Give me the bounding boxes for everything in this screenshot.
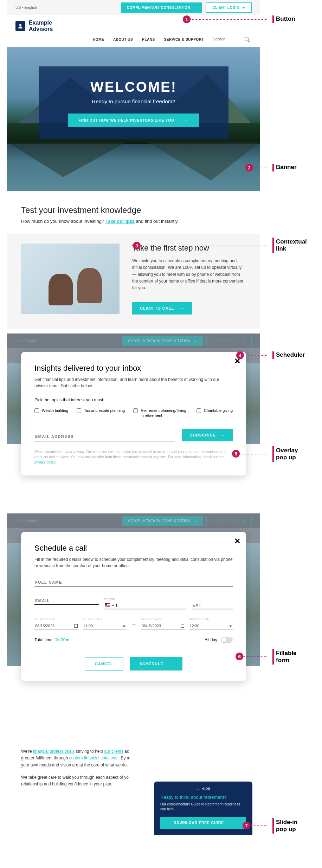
quiz-text: How much do you know about investing? Ta… xyxy=(21,219,246,224)
step-body: We invite you to schedule a complimentar… xyxy=(132,258,246,291)
select-date-label: SELECT DATE xyxy=(34,618,78,621)
topic-retirement[interactable]: Retirement planning/ living in retiremen… xyxy=(133,408,188,418)
panel-main-site: US • English COMPLIMENTARY CONSULTATION … xyxy=(7,0,260,329)
arrow-right-icon: → xyxy=(168,662,173,666)
panel-fillable-form: US • English COMPLIMENTARY CONSULTATION→… xyxy=(7,513,260,731)
quiz-section: Test your investment knowledge How much … xyxy=(7,191,260,234)
all-day-toggle[interactable]: All day xyxy=(205,637,233,643)
start-time-input[interactable]: 11:00 xyxy=(83,622,127,630)
annotation-overlay-popup: Overlaypop up xyxy=(272,446,298,462)
phone-input[interactable]: + 1 xyxy=(104,602,186,609)
locale-selector[interactable]: US • English xyxy=(15,5,37,9)
topbar: US • English COMPLIMENTARY CONSULTATION … xyxy=(7,0,260,15)
start-date-input[interactable]: 06/15/2023 xyxy=(34,622,78,630)
arrow-right-icon: → xyxy=(185,118,188,122)
schedule-modal: ✕ Schedule a call Fill in the required d… xyxy=(21,532,246,681)
flag-icon xyxy=(105,603,110,607)
topic-tax[interactable]: Tax and estate planning xyxy=(77,408,125,418)
consultation-image xyxy=(21,244,120,314)
total-time-label: Total time: xyxy=(34,637,54,642)
consultation-button-dim: COMPLIMENTARY CONSULTATION→ xyxy=(122,336,203,346)
ext-input[interactable] xyxy=(192,602,233,609)
nav-plans[interactable]: PLANS xyxy=(142,38,155,41)
end-time-input[interactable]: 12:30 xyxy=(189,622,233,630)
topic-charitable[interactable]: Charitable giving xyxy=(197,408,233,418)
schedule-body: Fill in the required details below to sc… xyxy=(34,556,233,569)
step-title: Take the first step now xyxy=(132,244,246,253)
main-nav: HOME ABOUT US PLANS SERVICE & SUPPORT xyxy=(15,37,252,42)
arrow-right-icon: → xyxy=(229,821,233,825)
client-login-button[interactable]: CLIENT LOGIN xyxy=(206,2,252,13)
search-input[interactable] xyxy=(213,37,245,41)
privacy-text: We're committed to your privacy. Our sit… xyxy=(34,449,233,465)
schedule-button[interactable]: SCHEDULE→ xyxy=(130,657,183,671)
privacy-policy-link[interactable]: privacy policy xyxy=(34,460,56,464)
marker-5: 5 xyxy=(232,450,240,458)
total-time-value: 1h 30m xyxy=(55,637,69,642)
panel-overlay-popup: US • English COMPLIMENTARY CONSULTATION→… xyxy=(7,333,260,509)
marker-7: 7 xyxy=(243,822,250,829)
slidein-popup: ︿ HIDE Ready to think about retirement? … xyxy=(154,782,252,835)
close-icon[interactable]: ✕ xyxy=(234,537,240,546)
select-date-label: SELECT DATE xyxy=(141,618,185,621)
checkbox[interactable] xyxy=(34,408,39,413)
custom-solutions-link[interactable]: custom financial solutions xyxy=(69,756,117,760)
arrow-right-icon: → xyxy=(193,6,197,9)
panel-slidein: We're financial professionals striving t… xyxy=(7,736,260,835)
insights-pick-label: Pick the topics that interest you most: xyxy=(34,397,233,402)
download-guide-button[interactable]: DOWNLOAD FREE GUIDE→ xyxy=(160,817,246,829)
hero-cta-button[interactable]: FIND OUT HOW WE HELP INVESTORS LIKE YOU … xyxy=(68,114,199,127)
our-clients-link[interactable]: our clients xyxy=(104,749,123,754)
slidein-body: Our complimentary Guide to Retirement Re… xyxy=(160,802,246,812)
calendar-icon xyxy=(74,624,78,628)
checkbox[interactable] xyxy=(197,408,201,413)
arrow-right-icon: → xyxy=(130,621,137,630)
select-time-label: SELECT TIME xyxy=(83,618,127,621)
search-icon xyxy=(245,37,249,41)
nav-support[interactable]: SERVICE & SUPPORT xyxy=(164,38,204,41)
checkbox[interactable] xyxy=(133,408,138,413)
hero-banner: WELCOME! Ready to pursue financial freed… xyxy=(7,47,260,191)
complimentary-consultation-button[interactable]: COMPLIMENTARY CONSULTATION → xyxy=(121,2,202,13)
locale-selector-dim: US • English xyxy=(15,339,37,343)
search-field[interactable] xyxy=(213,37,252,42)
hero-subtitle: Ready to pursue financial freedom? xyxy=(49,98,218,104)
phone-label: PHONE xyxy=(104,597,186,600)
annotation-button: Button xyxy=(272,15,295,23)
toggle-icon[interactable] xyxy=(221,637,233,643)
marker-3: 3 xyxy=(133,242,141,250)
annotation-contextual-link: Contextuallink xyxy=(272,238,307,253)
chevron-down-icon xyxy=(229,624,232,628)
chevron-down-icon xyxy=(242,6,245,9)
select-time-label: SELECT TIME xyxy=(189,618,233,621)
slidein-title: Ready to think about retirement? xyxy=(160,795,246,800)
insights-body: Get financial tips and investment inform… xyxy=(34,376,233,389)
email-input[interactable] xyxy=(34,432,175,441)
login-button-dim: CLIENT LOGIN xyxy=(206,336,252,346)
chevron-down-icon xyxy=(123,624,125,628)
nav-about[interactable]: ABOUT US xyxy=(113,38,133,41)
hide-button[interactable]: ︿ HIDE xyxy=(160,786,246,791)
take-quiz-link[interactable]: Take our quiz xyxy=(105,219,135,224)
topic-wealth[interactable]: Wealth building xyxy=(34,408,68,418)
financial-professionals-link[interactable]: financial professionals xyxy=(33,749,75,754)
subscribe-button[interactable]: SUBSCRIBE→ xyxy=(182,429,233,441)
click-to-call-button[interactable]: CLICK TO CALL → xyxy=(132,302,192,315)
calendar-icon xyxy=(181,624,184,628)
logo[interactable]: ExampleAdvisors xyxy=(15,20,252,32)
nav-home[interactable]: HOME xyxy=(93,38,104,41)
marker-1: 1 xyxy=(183,15,191,23)
checkbox[interactable] xyxy=(77,408,81,413)
annotation-scheduler: Scheduler xyxy=(272,351,305,359)
end-date-input[interactable]: 06/15/2023 xyxy=(141,622,185,630)
schedule-title: Schedule a call xyxy=(34,544,233,553)
fullname-input[interactable] xyxy=(34,578,233,587)
annotation-slidein-popup: Slide-inpop up xyxy=(272,818,297,834)
arrow-right-icon: → xyxy=(221,433,225,437)
marker-2: 2 xyxy=(245,164,253,171)
marker-6: 6 xyxy=(236,653,243,660)
email-input[interactable] xyxy=(34,597,99,605)
hero-title: WELCOME! xyxy=(49,79,218,95)
login-button-dim: CLIENT LOGIN xyxy=(206,516,252,526)
cancel-button[interactable]: CANCEL xyxy=(85,657,123,671)
